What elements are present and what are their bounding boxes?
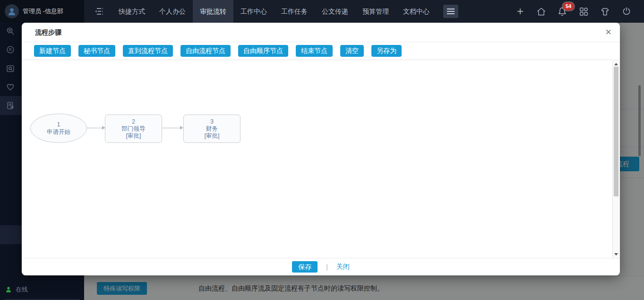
power-logout-icon[interactable] xyxy=(621,6,632,17)
node-seq: 1 xyxy=(57,121,60,128)
free-sequence-node-button[interactable]: 自由顺序节点 xyxy=(238,45,288,57)
save-button[interactable]: 保存 xyxy=(292,261,318,273)
secretary-node-button[interactable]: 秘书节点 xyxy=(78,45,115,57)
flow-node-start[interactable]: 1 申请开始 xyxy=(30,114,87,143)
nav-item-shortcuts[interactable]: 快捷方式 xyxy=(112,0,152,23)
node-label: 财务 xyxy=(206,125,218,132)
end-node-button[interactable]: 结束节点 xyxy=(296,45,333,57)
scrollbar-thumb[interactable] xyxy=(614,67,618,196)
dialog-footer: 保存 | 关闭 xyxy=(22,258,620,275)
document-settings-icon[interactable] xyxy=(5,100,16,111)
nav-item-budget-management[interactable]: 预算管理 xyxy=(355,0,396,23)
canvas-scrollbar[interactable] xyxy=(612,61,619,257)
node-seq: 2 xyxy=(132,118,135,125)
svg-text:R: R xyxy=(9,47,12,52)
node-seq: 3 xyxy=(210,118,214,125)
apps-grid-icon[interactable] xyxy=(578,6,589,17)
main-nav: 快捷方式 个人办公 审批流转 工作中心 工作任务 公文传递 预算管理 文档中心 xyxy=(112,0,437,23)
node-tag: [审批] xyxy=(126,132,141,140)
online-label: 在线 xyxy=(16,285,28,294)
theme-shirt-icon[interactable] xyxy=(599,6,610,17)
advanced-search-icon[interactable] xyxy=(5,26,16,37)
screen: 流程 特殊读写权限 自由流程、自由顺序流及固定流程有子节点时的读写权限控制。 管… xyxy=(0,0,644,300)
online-status: 在线 xyxy=(5,285,28,294)
flow-canvas[interactable]: 1 申请开始 2 部门领导 [审批] 3 财务 [审批] xyxy=(22,61,620,258)
nav-item-document-delivery[interactable]: 公文传递 xyxy=(315,0,355,23)
registered-circle-icon[interactable]: R xyxy=(5,44,16,55)
until-flow-node-button[interactable]: 直到流程节点 xyxy=(123,45,173,57)
dialog-title: 流程步骤 xyxy=(35,23,61,42)
flow-node-dept-leader[interactable]: 2 部门领导 [审批] xyxy=(105,115,162,143)
node-tag: [审批] xyxy=(205,132,220,140)
flow-node-finance[interactable]: 3 财务 [审批] xyxy=(183,115,240,143)
nav-item-approval-flow[interactable]: 审批流转 xyxy=(193,0,233,23)
node-toolbar: 新建节点 秘书节点 直到流程节点 自由流程节点 自由顺序节点 结束节点 清空 另… xyxy=(22,42,620,60)
close-link[interactable]: 关闭 xyxy=(336,263,350,271)
dialog-header: 流程步骤 × xyxy=(22,23,620,42)
flow-connector-arrowhead xyxy=(180,126,183,130)
flow-connector xyxy=(162,128,180,128)
free-flow-node-button[interactable]: 自由流程节点 xyxy=(180,45,231,57)
avatar[interactable] xyxy=(5,4,19,18)
avatar-person-icon xyxy=(7,6,17,17)
collapse-menu-icon[interactable] xyxy=(93,6,104,17)
nav-item-work-tasks[interactable]: 工作任务 xyxy=(274,0,315,23)
node-label: 部门领导 xyxy=(122,125,146,132)
node-label: 申请开始 xyxy=(47,128,70,136)
flow-steps-dialog: 流程步骤 × 新建节点 秘书节点 直到流程节点 自由流程节点 自由顺序节点 结束… xyxy=(22,23,620,275)
add-icon[interactable]: + xyxy=(515,6,526,17)
footer-divider: | xyxy=(326,263,328,271)
favorites-heart-icon[interactable] xyxy=(5,81,16,93)
online-person-icon xyxy=(5,286,12,293)
clear-button[interactable]: 清空 xyxy=(340,45,364,57)
nav-item-personal-office[interactable]: 个人办公 xyxy=(152,0,193,23)
notification-badge: 54 xyxy=(563,2,574,10)
nav-item-work-center[interactable]: 工作中心 xyxy=(233,0,274,23)
new-node-button[interactable]: 新建节点 xyxy=(34,45,71,57)
top-bar: 管理员 -信息部 快捷方式 个人办公 审批流转 工作中心 工作任务 公文传递 预… xyxy=(0,0,644,23)
scroll-down-icon[interactable] xyxy=(614,253,618,256)
document-preview-icon[interactable] xyxy=(5,63,16,74)
save-as-button[interactable]: 另存为 xyxy=(371,45,402,57)
flow-connector xyxy=(86,128,103,128)
close-icon[interactable]: × xyxy=(605,26,611,38)
nav-item-document-center[interactable]: 文档中心 xyxy=(396,0,437,23)
top-bar-user-section: 管理员 -信息部 xyxy=(0,0,84,23)
scroll-up-icon[interactable] xyxy=(614,63,618,65)
user-name[interactable]: 管理员 -信息部 xyxy=(23,0,63,23)
more-menu-icon[interactable] xyxy=(443,5,458,18)
home-icon[interactable] xyxy=(535,6,547,17)
